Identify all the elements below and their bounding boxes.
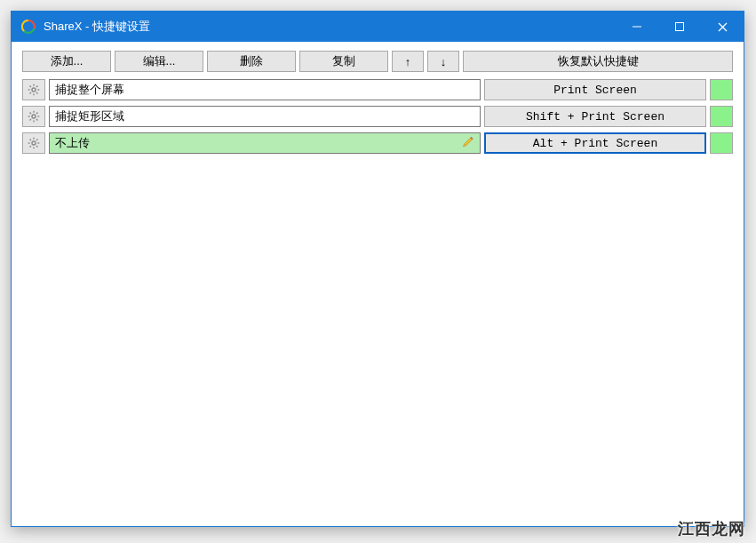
gear-icon[interactable] — [22, 79, 45, 100]
svg-line-12 — [30, 92, 31, 93]
svg-point-14 — [32, 115, 36, 118]
status-indicator[interactable] — [710, 106, 733, 127]
move-down-button[interactable]: ↓ — [427, 51, 459, 72]
hotkey-button[interactable]: Alt + Print Screen — [484, 132, 706, 154]
hotkey-row: 捕捉矩形区域Shift + Print Screen — [22, 106, 733, 127]
pencil-icon — [462, 136, 474, 151]
status-indicator[interactable] — [710, 132, 733, 154]
window-title: ShareX - 快捷键设置 — [44, 19, 150, 35]
add-button[interactable]: 添加... — [22, 51, 111, 72]
watermark: 江西龙网 — [678, 518, 745, 539]
svg-line-30 — [30, 146, 31, 147]
svg-line-13 — [36, 86, 37, 87]
svg-line-22 — [36, 113, 37, 114]
svg-line-28 — [30, 140, 31, 140]
move-up-button[interactable]: ↑ — [392, 51, 424, 72]
restore-defaults-button[interactable]: 恢复默认快捷键 — [463, 51, 733, 72]
close-button[interactable] — [701, 12, 744, 42]
task-name-label: 捕捉矩形区域 — [55, 108, 124, 124]
content-area: 添加... 编辑... 删除 复制 ↑ ↓ 恢复默认快捷键 捕捉整个屏幕Prin… — [12, 42, 744, 526]
task-name-field[interactable]: 不上传 — [49, 132, 481, 154]
hotkey-row: 不上传Alt + Print Screen — [22, 132, 733, 154]
status-indicator[interactable] — [710, 79, 733, 100]
duplicate-button[interactable]: 复制 — [299, 51, 388, 72]
svg-rect-2 — [676, 23, 684, 31]
hotkey-button[interactable]: Print Screen — [484, 79, 706, 100]
minimize-button[interactable] — [616, 12, 658, 42]
maximize-button[interactable] — [658, 12, 701, 42]
hotkey-row: 捕捉整个屏幕Print Screen — [22, 79, 733, 100]
svg-line-10 — [30, 86, 31, 87]
svg-line-19 — [30, 113, 31, 114]
task-name-label: 捕捉整个屏幕 — [55, 82, 124, 98]
svg-line-21 — [30, 119, 31, 120]
hotkey-list: 捕捉整个屏幕Print Screen捕捉矩形区域Shift + Print Sc… — [22, 79, 733, 154]
svg-line-11 — [36, 92, 37, 93]
task-name-label: 不上传 — [55, 135, 90, 151]
edit-button[interactable]: 编辑... — [115, 51, 203, 72]
hotkey-button[interactable]: Shift + Print Screen — [484, 106, 706, 127]
svg-line-29 — [36, 146, 37, 147]
app-icon — [20, 19, 36, 35]
toolbar: 添加... 编辑... 删除 复制 ↑ ↓ 恢复默认快捷键 — [22, 51, 733, 72]
svg-line-31 — [36, 140, 37, 140]
task-name-field[interactable]: 捕捉整个屏幕 — [49, 79, 481, 100]
svg-point-5 — [32, 88, 36, 92]
delete-button[interactable]: 删除 — [207, 51, 296, 72]
svg-point-23 — [32, 141, 36, 145]
gear-icon[interactable] — [22, 132, 45, 154]
task-name-field[interactable]: 捕捉矩形区域 — [49, 106, 481, 127]
app-window: ShareX - 快捷键设置 添加... 编辑... 删除 复制 ↑ ↓ 恢复默… — [11, 11, 744, 527]
gear-icon[interactable] — [22, 106, 45, 127]
titlebar: ShareX - 快捷键设置 — [12, 12, 744, 42]
svg-line-20 — [36, 119, 37, 120]
